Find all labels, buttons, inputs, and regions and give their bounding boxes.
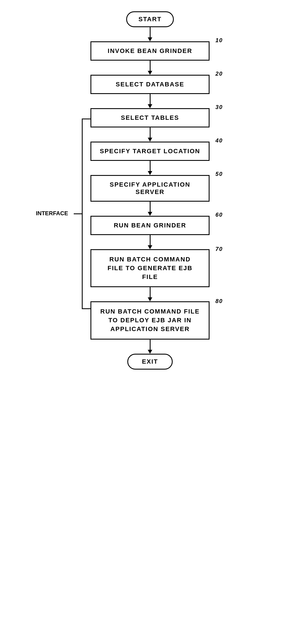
step-70-node: RUN BATCH COMMANDFILE TO GENERATE EJB FI… <box>90 249 210 287</box>
step-30-label: SELECT TABLES <box>121 114 179 121</box>
step-60-number: 60 <box>216 212 223 218</box>
step-10-number: 10 <box>216 37 223 44</box>
arrow-0 <box>148 27 152 41</box>
arrow-4 <box>148 161 152 175</box>
interface-label: INTERFACE <box>36 210 68 216</box>
arrow-7 <box>148 287 152 301</box>
diagram-container: INTERFACE START INVOKE BEAN GRINDER 10 S… <box>0 0 300 644</box>
step-20-label: SELECT DATABASE <box>116 81 184 88</box>
start-node: START <box>126 11 174 27</box>
exit-node: EXIT <box>127 354 173 370</box>
step-60-label: RUN BEAN GRINDER <box>114 222 186 229</box>
step-30-number: 30 <box>216 104 223 110</box>
step-80-label: RUN BATCH COMMAND FILETO DEPLOY EJB JAR … <box>100 308 200 332</box>
step-40-node: SPECIFY TARGET LOCATION 40 <box>90 142 210 161</box>
step-40-label: SPECIFY TARGET LOCATION <box>100 148 200 155</box>
step-10-label: INVOKE BEAN GRINDER <box>108 47 192 54</box>
step-10-node: INVOKE BEAN GRINDER 10 <box>90 41 210 61</box>
step-80-number: 80 <box>216 297 223 305</box>
step-30-node: SELECT TABLES 30 <box>90 108 210 127</box>
arrow-1 <box>148 61 152 75</box>
arrow-6 <box>148 235 152 249</box>
step-20-number: 20 <box>216 71 223 77</box>
step-70-label: RUN BATCH COMMANDFILE TO GENERATE EJB FI… <box>107 256 193 280</box>
step-60-node: RUN BEAN GRINDER 60 <box>90 216 210 235</box>
arrow-8 <box>148 340 152 354</box>
step-40-number: 40 <box>216 137 223 144</box>
step-70-number: 70 <box>216 245 223 253</box>
step-80-node: RUN BATCH COMMAND FILETO DEPLOY EJB JAR … <box>90 301 210 339</box>
step-50-node: SPECIFY APPLICATION SERVER 50 <box>90 175 210 202</box>
step-50-label: SPECIFY APPLICATION SERVER <box>110 181 191 195</box>
flowchart: START INVOKE BEAN GRINDER 10 SELECT DATA… <box>82 11 218 370</box>
arrow-2 <box>148 94 152 108</box>
step-20-node: SELECT DATABASE 20 <box>90 75 210 94</box>
step-50-number: 50 <box>216 171 223 177</box>
arrow-5 <box>148 202 152 216</box>
arrow-3 <box>148 127 152 142</box>
